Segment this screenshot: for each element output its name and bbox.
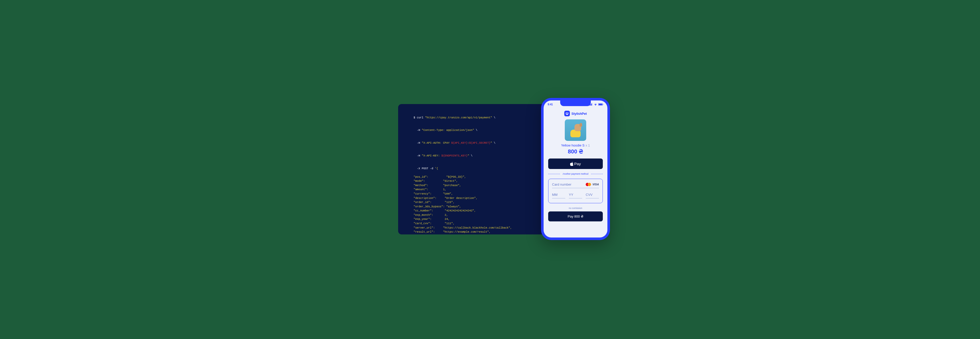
mastercard-icon [586, 183, 591, 186]
paw-icon [564, 111, 570, 116]
svg-rect-0 [589, 105, 590, 106]
svg-point-11 [566, 114, 568, 115]
svg-rect-1 [590, 104, 590, 106]
price: 800 ₴ [548, 148, 603, 155]
svg-rect-3 [592, 103, 592, 106]
pay-button[interactable]: Pay 800 ₴ [548, 211, 603, 221]
phone-screen: 9:41 StylishPet [544, 101, 608, 238]
status-icons [589, 103, 603, 106]
payment-divider: Another payment method [548, 173, 603, 175]
visa-icon: VISA [593, 183, 599, 186]
divider-text: Another payment method [563, 173, 588, 175]
card-number-input[interactable]: Card number [552, 182, 571, 186]
brand: StylishPet [548, 111, 603, 116]
wifi-icon [594, 103, 597, 106]
status-time: 9:41 [548, 103, 553, 106]
product-title: Yellow hoodie S x 1 [548, 144, 603, 147]
svg-point-8 [567, 112, 568, 113]
battery-icon [598, 103, 603, 106]
phone-mockup: 9:41 StylishPet [541, 98, 610, 240]
cvv-input[interactable]: CVV [586, 193, 599, 198]
apple-pay-button[interactable]: Pay [548, 158, 603, 169]
prompt: $ [414, 116, 417, 119]
svg-rect-5 [599, 104, 602, 105]
card-form: Card number VISA MM YY CVV [548, 179, 603, 203]
no-commission-text: no comission [548, 207, 603, 209]
svg-point-7 [566, 112, 567, 113]
payload-body: "pos_id": "${POS_ID}", "mode": "direct",… [404, 175, 556, 234]
svg-rect-6 [603, 104, 603, 105]
svg-point-10 [568, 114, 569, 114]
card-logos: VISA [586, 183, 599, 186]
apple-icon [570, 162, 574, 166]
svg-point-9 [566, 114, 566, 114]
svg-rect-2 [591, 104, 591, 106]
status-bar: 9:41 [544, 102, 608, 107]
apple-pay-label: Pay [574, 162, 581, 166]
product-qty: x 1 [585, 144, 590, 147]
expiry-month-input[interactable]: MM [552, 193, 565, 198]
product-image [565, 119, 586, 141]
expiry-year-input[interactable]: YY [569, 193, 582, 198]
signal-icon [589, 103, 593, 106]
curl-url: "https://cpay.tranzzo.com/api/v1/payment… [425, 116, 492, 119]
code-terminal: $ curl "https://cpay.tranzzo.com/api/v1/… [398, 104, 562, 234]
brand-name: StylishPet [571, 112, 587, 115]
curl-cmd: curl [417, 116, 425, 119]
